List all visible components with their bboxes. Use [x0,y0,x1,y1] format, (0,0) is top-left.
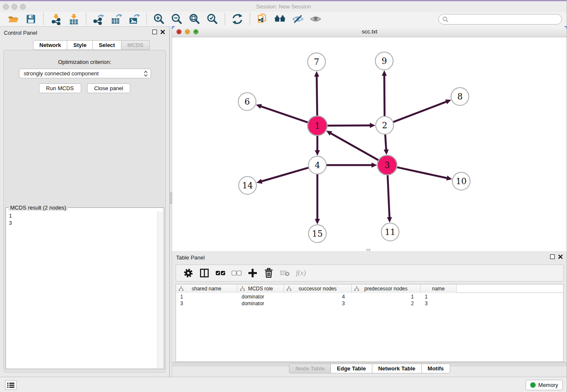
table-tabs: Node TableEdge TableNetwork TableMotifs [172,364,567,373]
open-session-icon[interactable] [7,13,19,25]
zoom-selected-icon[interactable] [206,13,219,25]
deselect-all-icon[interactable] [231,267,242,279]
export-table-icon[interactable] [110,13,123,25]
tab-mcds[interactable]: MCDS [121,40,150,50]
optimization-criterion-label: Optimization criterion: [4,59,165,65]
graph-node-15[interactable]: 15 [308,225,326,243]
float-panel-icon[interactable] [152,30,157,34]
home-layout-icon[interactable] [274,13,286,25]
memory-status-dot [530,382,536,388]
mcds-result-text: 13 [6,211,157,368]
network-canvas[interactable]: 7968124314101511 [172,37,567,251]
export-image-icon[interactable] [128,13,140,25]
gear-icon[interactable] [182,267,194,279]
import-table-icon[interactable] [67,13,80,25]
table-rows: 1dominator4113dominator323 [176,293,563,362]
vertical-splitter[interactable] [169,26,172,377]
svg-text:14: 14 [242,180,253,190]
float-panel-icon[interactable] [550,254,555,259]
tab-select[interactable]: Select [93,40,121,50]
svg-text:3: 3 [385,160,390,170]
edge-2-9[interactable] [384,75,385,116]
add-row-icon[interactable] [247,267,259,279]
tab-motifs[interactable]: Motifs [422,364,450,373]
graph-node-4[interactable]: 4 [308,156,326,174]
graph-node-11[interactable]: 11 [381,223,399,241]
select-all-icon[interactable] [215,267,226,279]
close-panel-button[interactable]: Close panel [87,83,131,93]
criterion-dropdown[interactable]: strongly connected component [19,69,151,78]
graph-node-7[interactable]: 7 [308,53,325,71]
zoom-in-icon[interactable] [153,13,165,25]
task-history-button[interactable] [5,380,17,390]
network-window-titlebar: x - + scc.txt [172,26,567,37]
table-row[interactable]: 1dominator411 [176,293,563,300]
svg-text:1: 1 [315,121,320,131]
edge-3-11[interactable] [388,175,389,218]
graph-node-10[interactable]: 10 [452,172,470,190]
svg-text:15: 15 [312,229,322,239]
columns-icon[interactable] [198,267,210,279]
graph-node-3[interactable]: 3 [377,155,397,175]
delete-table-icon[interactable] [279,267,291,279]
close-panel-icon[interactable] [558,254,563,259]
copy-network-icon[interactable] [256,13,269,25]
column-header-name[interactable]: name [421,284,457,293]
edge-2-3[interactable] [385,135,386,150]
column-header-successor-nodes[interactable]: successor nodes [284,284,352,293]
tab-style[interactable]: Style [67,40,93,50]
refresh-view-icon[interactable] [231,13,244,25]
tab-edge-table[interactable]: Edge Table [331,364,372,373]
network-graph[interactable]: 7968124314101511 [172,37,567,251]
tab-network-table[interactable]: Network Table [372,364,422,373]
graph-node-2[interactable]: 2 [376,116,394,134]
tab-node-table[interactable]: Node Table [289,364,331,373]
graph-node-1[interactable]: 1 [308,116,327,135]
edge-1-7[interactable] [317,76,317,116]
zoom-fit-icon[interactable] [188,13,201,25]
toolbar-separator [225,13,225,25]
app-titlebar: Session: New Session [0,1,567,12]
table-row[interactable]: 3dominator323 [176,300,563,307]
svg-text:9: 9 [382,56,387,66]
edge-1-2[interactable] [328,125,370,126]
edge-2-8[interactable] [394,102,447,122]
function-builder-icon[interactable]: f(x) [295,267,307,279]
delete-row-icon[interactable] [263,267,275,279]
column-header-shared-name[interactable]: shared name [176,284,237,293]
run-mcds-button[interactable]: Run MCDS [39,83,81,93]
network-window-title: scc.txt [172,28,567,35]
search-field[interactable] [438,14,562,25]
graph-node-9[interactable]: 9 [375,52,393,70]
result-scrollbar[interactable] [157,211,163,368]
focus-corner-mark [564,26,567,29]
column-header-predecessor-nodes[interactable]: predecessor nodes [352,284,421,293]
graph-node-14[interactable]: 14 [239,177,256,194]
graph-node-6[interactable]: 6 [238,93,256,110]
dropdown-stepper-icon [143,70,148,77]
node-table[interactable]: shared nameMCDS rolesuccessor nodesprede… [176,284,564,362]
graph-node-8[interactable]: 8 [451,88,469,105]
control-panel-header: Control Panel [0,26,169,39]
table-panel-title: Table Panel [176,254,205,261]
edge-3-1[interactable] [330,133,378,160]
export-network-icon[interactable] [92,13,105,25]
close-panel-icon[interactable] [160,30,165,34]
toolbar-separator [250,13,250,25]
search-input[interactable] [449,15,561,24]
edge-1-6[interactable] [261,106,308,122]
show-all-icon[interactable] [309,13,322,25]
tab-network[interactable]: Network [33,40,67,50]
hide-selected-icon[interactable] [292,13,304,25]
edge-4-14[interactable] [261,168,308,181]
zoom-out-icon[interactable] [171,13,183,25]
main-toolbar [0,12,567,27]
svg-text:4: 4 [315,160,320,170]
cell-name: 1 [421,293,457,300]
import-network-icon[interactable] [50,13,62,25]
save-session-icon[interactable] [25,13,37,25]
memory-button[interactable]: Memory [526,380,563,390]
mcds-result-box: MCDS result (2 nodes) 13 [6,207,164,369]
column-header-mcds-role[interactable]: MCDS role [237,284,284,293]
edge-3-10[interactable] [397,167,447,178]
